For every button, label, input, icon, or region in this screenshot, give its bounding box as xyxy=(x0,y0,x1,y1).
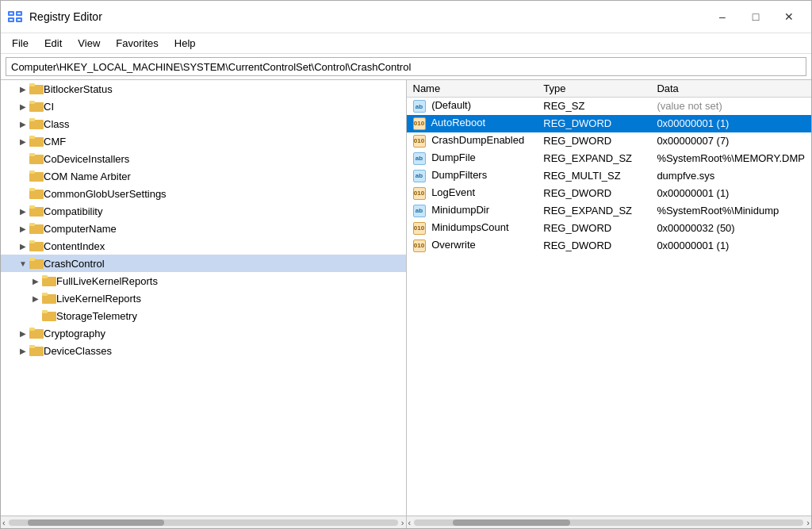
table-row-autoreboot[interactable]: 010 AutoReboot REG_DWORD 0x00000001 (1) xyxy=(407,115,812,132)
menu-help[interactable]: Help xyxy=(167,35,204,52)
main-content: ▶ BitlockerStatus ▶ CI xyxy=(1,80,811,528)
table-row-overwrite[interactable]: 010 Overwrite REG_DWORD 0x00000001 (1) xyxy=(407,237,812,255)
col-header-data: Data xyxy=(650,80,811,98)
expand-arrow-bitlocker: ▶ xyxy=(17,82,29,95)
close-button[interactable]: ✕ xyxy=(773,6,805,28)
svg-rect-26 xyxy=(29,223,35,226)
tree-item-class[interactable]: ▶ Class xyxy=(1,115,406,132)
tree-item-ci[interactable]: ▶ CI xyxy=(1,98,406,115)
row-data-logevent: 0x00000001 (1) xyxy=(650,185,811,202)
menu-file[interactable]: File xyxy=(4,35,36,52)
address-bar xyxy=(1,54,811,80)
folder-icon-ci xyxy=(29,99,44,113)
svg-rect-4 xyxy=(10,13,13,14)
detail-hscrollbar[interactable]: ‹ › xyxy=(407,516,812,528)
menu-favorites[interactable]: Favorites xyxy=(108,35,166,52)
registry-editor-window: Registry Editor – □ ✕ File Edit View Fav… xyxy=(0,0,812,529)
table-row-logevent[interactable]: 010 LogEvent REG_DWORD 0x00000001 (1) xyxy=(407,185,812,202)
svg-rect-18 xyxy=(29,153,35,156)
tree-item-crashcontrol[interactable]: ▼ CrashControl xyxy=(1,255,406,272)
folder-icon-storagetelemetry xyxy=(42,309,56,323)
tree-item-deviceclasses[interactable]: ▶ DeviceClasses xyxy=(1,342,406,359)
tree-item-bitlocker[interactable]: ▶ BitlockerStatus xyxy=(1,80,406,98)
svg-rect-34 xyxy=(42,293,48,296)
table-row-minidumpdir[interactable]: ab MinidumpDir REG_EXPAND_SZ %SystemRoot… xyxy=(407,202,812,220)
tree-hscroll-track[interactable] xyxy=(9,519,398,526)
menu-view[interactable]: View xyxy=(70,35,108,52)
tree-label-codevice: CoDeviceInstallers xyxy=(44,153,129,165)
tree-label-class: Class xyxy=(44,118,70,130)
row-name-logevent: 010 LogEvent xyxy=(407,185,538,202)
svg-rect-20 xyxy=(29,171,35,174)
row-name-default: ab (Default) xyxy=(407,98,538,115)
tree-item-codevice[interactable]: ▶ CoDeviceInstallers xyxy=(1,150,406,167)
minimize-button[interactable]: – xyxy=(707,6,738,28)
tree-label-storagetelemetry: StorageTelemetry xyxy=(56,310,137,322)
table-header-row: Name Type Data xyxy=(407,80,812,98)
table-row[interactable]: ab (Default) REG_SZ (value not set) xyxy=(407,98,812,115)
expand-arrow-computername: ▶ xyxy=(17,222,29,235)
svg-rect-40 xyxy=(29,345,35,348)
folder-icon-cmf xyxy=(29,134,44,148)
tree-label-bitlocker: BitlockerStatus xyxy=(44,83,113,95)
folder-icon-crashcontrol xyxy=(29,256,44,270)
row-type-default: REG_SZ xyxy=(537,98,650,115)
expand-arrow-crashcontrol: ▼ xyxy=(17,257,29,270)
reg-ab-icon: ab xyxy=(413,100,426,113)
tree-label-compatibility: Compatibility xyxy=(44,205,102,217)
table-row-crashdumpenabled[interactable]: 010 CrashDumpEnabled REG_DWORD 0x0000000… xyxy=(407,132,812,150)
tree-hscrollbar[interactable]: ‹ › xyxy=(1,516,406,528)
row-name-dumpfile: ab DumpFile xyxy=(407,150,538,167)
folder-icon-fulllivekernelreports xyxy=(42,274,56,288)
row-data-autoreboot: 0x00000001 (1) xyxy=(650,115,811,132)
tree-item-cryptography[interactable]: ▶ Cryptography xyxy=(1,324,406,342)
folder-icon-computername xyxy=(29,221,44,236)
reg-ab-icon-dumpfilters: ab xyxy=(413,170,426,182)
folder-icon-bitlocker xyxy=(29,82,44,96)
svg-rect-14 xyxy=(29,118,35,121)
svg-rect-28 xyxy=(29,240,35,243)
tree-item-storagetelemetry[interactable]: ▶ StorageTelemetry xyxy=(1,307,406,324)
tree-item-comnamearbiter[interactable]: ▶ COM Name Arbiter xyxy=(1,167,406,185)
row-type-minidumpscount: REG_DWORD xyxy=(537,220,650,237)
svg-rect-38 xyxy=(29,328,35,331)
folder-icon-deviceclasses xyxy=(29,343,44,358)
menu-edit[interactable]: Edit xyxy=(36,35,70,52)
expand-arrow-cmf: ▶ xyxy=(17,135,29,148)
tree-item-cmf[interactable]: ▶ CMF xyxy=(1,132,406,150)
tree-item-contentindex[interactable]: ▶ ContentIndex xyxy=(1,237,406,255)
row-type-dumpfile: REG_EXPAND_SZ xyxy=(537,150,650,167)
tree-item-compatibility[interactable]: ▶ Compatibility xyxy=(1,202,406,220)
tree-item-computername[interactable]: ▶ ComputerName xyxy=(1,220,406,237)
tree-item-commonglobusersettings[interactable]: ▶ CommonGlobUserSettings xyxy=(1,185,406,202)
tree-label-commonglobusersettings: CommonGlobUserSettings xyxy=(44,188,167,200)
menu-bar: File Edit View Favorites Help xyxy=(1,33,811,54)
tree-label-livekernelreports: LiveKernelReports xyxy=(56,293,141,305)
table-row-dumpfile[interactable]: ab DumpFile REG_EXPAND_SZ %SystemRoot%\M… xyxy=(407,150,812,167)
folder-icon-livekernelreports xyxy=(42,291,56,305)
svg-rect-22 xyxy=(29,188,35,191)
maximize-button[interactable]: □ xyxy=(740,6,772,28)
expand-arrow-ci: ▶ xyxy=(17,100,29,113)
detail-pane: Name Type Data ab (Default) REG_SZ xyxy=(407,80,812,528)
detail-hscroll-track[interactable] xyxy=(414,519,803,526)
tree-item-fulllivekernelreports[interactable]: ▶ FullLiveKernelReports xyxy=(1,272,406,289)
tree-label-ci: CI xyxy=(44,101,54,113)
svg-rect-32 xyxy=(42,275,48,278)
reg-dword-icon-crashdump: 010 xyxy=(413,135,426,148)
tree-label-computername: ComputerName xyxy=(44,223,117,235)
svg-rect-7 xyxy=(17,19,21,21)
table-row-minidumpscount[interactable]: 010 MinidumpsCount REG_DWORD 0x00000032 … xyxy=(407,220,812,237)
tree-scroll[interactable]: ▶ BitlockerStatus ▶ CI xyxy=(1,80,406,516)
row-name-autoreboot: 010 AutoReboot xyxy=(407,115,538,132)
expand-arrow-compatibility: ▶ xyxy=(17,205,29,217)
detail-scroll[interactable]: Name Type Data ab (Default) REG_SZ xyxy=(407,80,812,516)
expand-arrow-livekernelreports: ▶ xyxy=(29,292,42,305)
address-input[interactable] xyxy=(6,57,806,76)
row-data-overwrite: 0x00000001 (1) xyxy=(650,237,811,255)
tree-label-deviceclasses: DeviceClasses xyxy=(44,345,112,357)
table-row-dumpfilters[interactable]: ab DumpFilters REG_MULTI_SZ dumpfve.sys xyxy=(407,167,812,185)
tree-item-livekernelreports[interactable]: ▶ LiveKernelReports xyxy=(1,289,406,307)
reg-dword-icon-autoreboot: 010 xyxy=(413,117,426,130)
svg-rect-6 xyxy=(10,19,13,21)
